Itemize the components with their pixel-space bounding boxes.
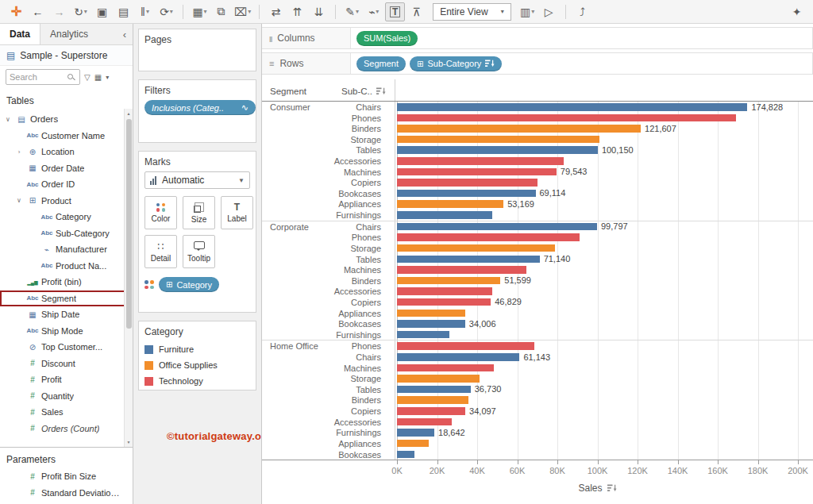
size-button[interactable]: Size <box>183 196 215 229</box>
chart-row-home-office-accessories[interactable]: Accessories <box>262 417 813 428</box>
bar-furniture[interactable] <box>397 190 536 198</box>
expand-chevron[interactable]: ∨ <box>14 197 24 204</box>
highlight-button[interactable]: ✎▾ <box>342 2 362 21</box>
field-location[interactable]: ›⊕Location <box>0 144 133 160</box>
scroll-up-icon[interactable]: ▲ <box>125 111 133 116</box>
chart-row-home-office-binders[interactable]: Binders <box>262 394 813 406</box>
bar-office-supplies[interactable] <box>397 375 480 383</box>
marks-card[interactable]: Marks Automatic ▼ Color Size T Label <box>138 151 256 313</box>
fields-scrollbar[interactable]: ▲ ▼ <box>124 109 133 447</box>
chart-row-consumer-phones[interactable]: Phones <box>262 113 813 124</box>
redo-button[interactable]: → <box>49 2 69 21</box>
chart-row-corporate-bookcases[interactable]: Bookcases34,006 <box>262 318 813 329</box>
view-options-icon[interactable]: ▦ <box>94 73 102 82</box>
pill-segment[interactable]: Segment <box>356 56 406 71</box>
share-workbook-button[interactable]: ⤴ <box>572 2 592 21</box>
bar-furniture[interactable] <box>397 223 597 231</box>
pill-sum-sales[interactable]: SUM(Sales) <box>356 31 418 46</box>
chart-row-consumer-storage[interactable]: Storage <box>262 134 813 145</box>
field-standard-deviation[interactable]: #Standard Deviation ... <box>0 485 133 502</box>
bar-office-supplies[interactable] <box>397 396 468 404</box>
bar-technology[interactable] <box>397 168 557 176</box>
chart-row-corporate-binders[interactable]: Binders51,599 <box>262 275 813 287</box>
bar-furniture[interactable] <box>397 331 449 339</box>
bar-office-supplies[interactable] <box>397 440 429 448</box>
chart-row-corporate-tables[interactable]: Tables71,140 <box>262 254 813 265</box>
column-header-segment[interactable]: Segment <box>270 87 306 96</box>
bar-technology[interactable] <box>397 114 736 122</box>
field-profit[interactable]: #Profit <box>0 371 133 388</box>
bar-furniture[interactable] <box>397 211 492 219</box>
bar-furniture[interactable] <box>397 451 414 459</box>
color-button[interactable]: Color <box>144 196 177 229</box>
group-members-button[interactable]: ⌁▾ <box>364 2 383 21</box>
bar-technology[interactable] <box>397 298 491 306</box>
field-ship-date[interactable]: ▦Ship Date <box>0 306 133 323</box>
chart-row-corporate-phones[interactable]: Phones <box>262 232 813 243</box>
rows-shelf[interactable]: ≡ Rows Segment ⊞ Sub-Category <box>262 52 813 75</box>
bar-office-supplies[interactable] <box>397 200 503 208</box>
expand-chevron[interactable]: › <box>14 148 24 156</box>
chart-row-consumer-appliances[interactable]: Appliances53,169 <box>262 198 813 210</box>
chart-row-consumer-copiers[interactable]: Copiers <box>262 177 813 188</box>
collapse-pane-button[interactable]: ‹ <box>117 24 133 44</box>
chart-row-corporate-machines[interactable]: Machines <box>262 264 813 275</box>
chevron-down-icon[interactable]: ▾ <box>106 74 109 81</box>
chart-row-consumer-machines[interactable]: Machines79,543 <box>262 167 813 178</box>
chart-row-consumer-tables[interactable]: Tables100,150 <box>262 144 813 156</box>
search-box[interactable] <box>6 69 80 85</box>
chart-row-corporate-chairs[interactable]: CorporateChairs99,797 <box>262 221 813 233</box>
bar-technology[interactable] <box>397 287 492 295</box>
field-sales[interactable]: #Sales <box>0 404 133 421</box>
field-profit-bin[interactable]: ▂▄▆Profit (bin) <box>0 274 133 290</box>
column-header-subcategory[interactable]: Sub-C.. <box>341 87 386 96</box>
run-updates-button[interactable]: ⟳▾ <box>156 2 176 21</box>
tooltip-button[interactable]: Tooltip <box>183 235 215 268</box>
new-worksheet-button[interactable]: ▦▾ <box>190 2 210 21</box>
bar-office-supplies[interactable] <box>397 310 465 317</box>
field-sub-category[interactable]: AbcSub-Category <box>0 225 133 242</box>
field-ship-mode[interactable]: AbcShip Mode <box>0 323 133 340</box>
fix-axes-button[interactable]: ⊼ <box>406 2 426 21</box>
columns-shelf[interactable]: ||| Columns SUM(Sales) <box>262 27 813 49</box>
bar-technology[interactable] <box>397 157 564 165</box>
tab-analytics[interactable]: Analytics <box>40 24 98 44</box>
bar-technology[interactable] <box>397 418 452 426</box>
field-customer-name[interactable]: AbcCustomer Name <box>0 128 133 144</box>
show-mark-labels-button[interactable]: T <box>385 2 405 21</box>
pill-inclusions-filter[interactable]: Inclusions (Categ.. ∿ <box>144 100 256 115</box>
bar-furniture[interactable] <box>397 146 598 154</box>
field-manufacturer[interactable]: ⌁Manufacturer <box>0 241 133 258</box>
chart-row-home-office-tables[interactable]: Tables36,730 <box>262 384 813 395</box>
x-axis-title[interactable]: Sales <box>397 483 798 494</box>
bar-technology[interactable] <box>397 179 538 187</box>
sort-descending-button[interactable]: ⇊ <box>309 2 329 21</box>
duplicate-sheet-button[interactable]: ⧉ <box>211 2 231 21</box>
bar-technology[interactable] <box>397 364 494 372</box>
bar-furniture[interactable] <box>397 429 434 437</box>
chart-row-home-office-bookcases[interactable]: Bookcases <box>262 449 813 460</box>
swap-axes-button[interactable]: ⇄ <box>266 2 286 21</box>
color-legend-card[interactable]: Category FurnitureOffice SuppliesTechnol… <box>138 321 256 391</box>
pages-card[interactable]: Pages <box>138 29 256 71</box>
field-segment[interactable]: AbcSegment <box>0 290 133 307</box>
bar-technology[interactable] <box>397 266 526 274</box>
scroll-down-icon[interactable]: ▼ <box>125 440 133 444</box>
label-button[interactable]: T Label <box>221 196 253 229</box>
field-top-customer[interactable]: ⊘Top Customer... <box>0 339 133 356</box>
chart-row-home-office-appliances[interactable]: Appliances <box>262 438 813 449</box>
chart-row-consumer-accessories[interactable]: Accessories <box>262 156 813 167</box>
chart-row-consumer-bookcases[interactable]: Bookcases69,114 <box>262 188 813 199</box>
field-orders-count[interactable]: #Orders (Count) <box>0 421 133 437</box>
chart-row-home-office-copiers[interactable]: Copiers34,097 <box>262 406 813 417</box>
chart-row-consumer-binders[interactable]: Binders121,607 <box>262 123 813 134</box>
show-cards-button[interactable]: ▥▾ <box>518 2 538 21</box>
field-order-id[interactable]: AbcOrder ID <box>0 176 133 193</box>
chart-row-consumer-chairs[interactable]: ConsumerChairs174,828 <box>262 102 813 113</box>
field-discount[interactable]: #Discount <box>0 356 133 372</box>
field-product-na[interactable]: AbcProduct Na... <box>0 258 133 275</box>
bar-office-supplies[interactable] <box>397 277 500 285</box>
chart-row-home-office-furnishings[interactable]: Furnishings18,642 <box>262 427 813 438</box>
field-orders[interactable]: ∨▤Orders <box>0 111 133 128</box>
chart-row-consumer-furnishings[interactable]: Furnishings <box>262 210 813 221</box>
